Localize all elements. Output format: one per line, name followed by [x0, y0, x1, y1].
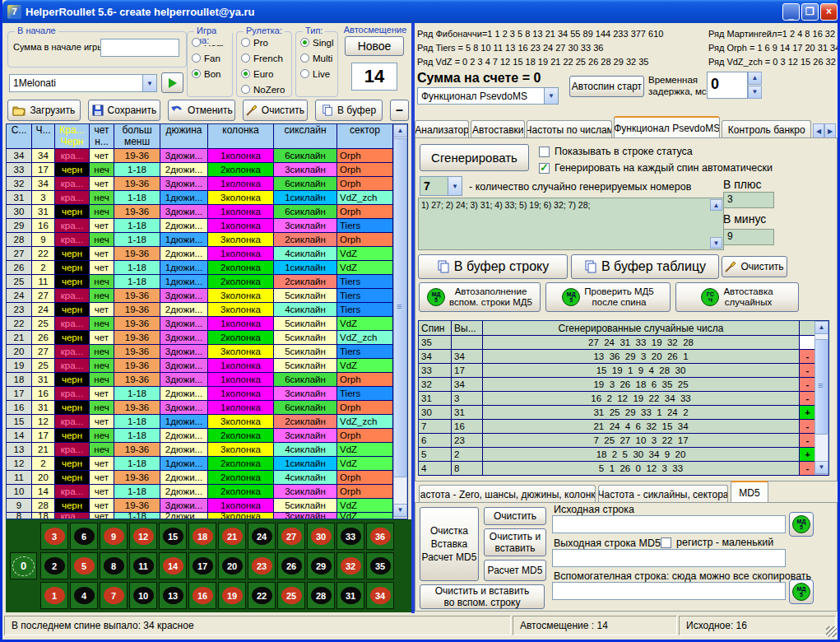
tab-main-4[interactable]: Функционал PsevdoMS	[614, 116, 720, 138]
md5-clear-button[interactable]: Очистить	[484, 507, 546, 525]
table-row[interactable]: 3317черннеч1-182дюжи...2колонка3сиклайнO…	[7, 163, 407, 177]
board-cell-32[interactable]: 32	[336, 552, 364, 579]
chevron-down-icon[interactable]: ▼	[142, 75, 156, 91]
radio-icon[interactable]	[192, 69, 201, 78]
scroll-down-icon[interactable]: ▼	[814, 461, 828, 474]
history-header-cell[interactable]: четн...	[90, 124, 114, 148]
check-md5-button[interactable]: МД5 Проверить МД5после спина	[545, 282, 671, 312]
table-row[interactable]: 313кра...неч1-181дюжи...3колонка1сиклайн…	[7, 191, 407, 205]
autospin-start-button[interactable]: Автоспин старт	[569, 76, 644, 97]
table-row[interactable]: 122чернчет1-181дюжи...2колонка1сиклайнVd…	[7, 457, 407, 471]
profile-combobox[interactable]: 1Melonati ▼	[9, 74, 157, 92]
undo-button[interactable]: Отменить	[168, 100, 234, 121]
table-row[interactable]: 2324чернчет19-362дюжи...3колонка4сиклайн…	[7, 303, 407, 317]
radio-option-euro[interactable]: Euro	[241, 68, 291, 79]
board-cell-12[interactable]: 12	[129, 523, 157, 550]
board-cell-33[interactable]: 33	[336, 523, 364, 550]
count-combobox[interactable]: 7 ▼	[420, 176, 462, 196]
radio-icon[interactable]	[241, 54, 250, 63]
board-cell-29[interactable]: 29	[307, 552, 335, 579]
history-header-cell[interactable]: сикслайн	[274, 124, 337, 148]
tab-scroll-left-icon[interactable]: ◀	[813, 123, 824, 138]
radio-option-pro[interactable]: Pro	[241, 37, 291, 48]
delay-input[interactable]: 0	[707, 72, 748, 99]
md5-source-input[interactable]	[552, 515, 786, 533]
board-cell-10[interactable]: 10	[129, 582, 157, 609]
table-row[interactable]: 323419 3 26 18 6 35 25-	[419, 378, 828, 392]
load-button[interactable]: Загрузить	[7, 100, 81, 121]
table-row[interactable]: 2511черннеч1-181дюжи...2колонка2сиклайнT…	[7, 275, 407, 289]
radio-icon[interactable]	[192, 54, 201, 63]
clear-button[interactable]: Очистить	[243, 100, 309, 121]
table-row[interactable]: 1417черннеч1-182дюжи...2колонка3сиклайнO…	[7, 429, 407, 443]
spin-scrollbar[interactable]: ▲ ▼	[814, 321, 828, 475]
table-row[interactable]: 1631черннеч19-363дюжи...1колонка6сиклайн…	[7, 401, 407, 415]
radio-icon[interactable]	[300, 38, 309, 47]
board-cell-7[interactable]: 7	[100, 582, 128, 609]
table-row[interactable]: 3434кра...чет19-363дюжи...1колонка6сикла…	[7, 149, 407, 163]
md5-clear-paste-button[interactable]: Очистить ивставить	[484, 528, 546, 556]
copy-row-button[interactable]: В буфер строку	[418, 254, 568, 279]
history-scroll-thumb[interactable]	[393, 138, 407, 477]
collapse-button[interactable]: –	[390, 100, 409, 121]
new-offset-button[interactable]: Новое	[345, 36, 404, 56]
radio-icon[interactable]	[241, 85, 250, 94]
radio-icon[interactable]	[300, 54, 309, 63]
board-cell-14[interactable]: 14	[159, 552, 187, 579]
table-row[interactable]: 31316 2 12 19 22 34 33-	[419, 392, 828, 406]
radio-option-live[interactable]: Live	[300, 68, 337, 79]
table-row[interactable]: 1014кра...чет1-182дюжи...2колонка3сиклай…	[7, 485, 407, 499]
history-header-cell[interactable]: Кра...Черн	[55, 124, 90, 148]
copy-button[interactable]: В буфер	[315, 100, 382, 121]
board-cell-11[interactable]: 11	[129, 552, 157, 579]
board-cell-20[interactable]: 20	[218, 552, 246, 579]
table-row[interactable]: 6237 25 27 10 3 22 17-	[419, 434, 828, 448]
board-cell-15[interactable]: 15	[159, 523, 187, 550]
board-cell-30[interactable]: 30	[307, 523, 335, 550]
radio-option-multi[interactable]: Multi	[300, 53, 337, 63]
board-cell-18[interactable]: 18	[188, 523, 216, 550]
radio-option-nozero[interactable]: NoZero	[241, 84, 291, 95]
board-cell-16[interactable]: 16	[188, 582, 216, 609]
board-cell-0[interactable]: 0	[10, 552, 37, 579]
delay-stepper[interactable]: ▲ ▼	[748, 72, 762, 99]
board-cell-21[interactable]: 21	[218, 523, 246, 550]
table-row[interactable]: 2916кра...чет1-182дюжи...1колонка3сиклай…	[7, 219, 407, 233]
table-row[interactable]: 2225кра...неч19-363дюжи...1колонка5сикла…	[7, 317, 407, 331]
board-cell-2[interactable]: 2	[40, 552, 68, 579]
md5-big-button[interactable]: ОчисткаВставкаРасчет MD5	[420, 507, 479, 581]
tab-main-3[interactable]: Частоты по числам	[527, 120, 612, 138]
play-button[interactable]	[161, 72, 183, 93]
history-scrollbar[interactable]: ▲ ▼	[393, 124, 407, 518]
table-row[interactable]: 5218 2 5 30 34 9 20+	[419, 448, 828, 462]
autogen-checkbox[interactable]	[539, 163, 550, 174]
spin-header-cell[interactable]: Вы...	[452, 321, 483, 335]
radio-option-singl[interactable]: Singl	[300, 37, 337, 48]
board-cell-3[interactable]: 3	[40, 523, 68, 550]
board-cell-22[interactable]: 22	[248, 582, 276, 609]
chevron-down-icon[interactable]: ▼	[448, 177, 462, 195]
history-header-cell[interactable]: большменш	[114, 124, 160, 148]
history-header-cell[interactable]: дюжина	[160, 124, 208, 148]
table-row[interactable]: 3234кра...чет19-363дюжи...1колонка6сикла…	[7, 177, 407, 191]
scroll-up-icon[interactable]: ▲	[710, 199, 722, 211]
tab-freq-1[interactable]: Частота - Zero, шансы, дюжины, колонки	[419, 485, 596, 503]
minimize-button[interactable]: _	[782, 3, 800, 21]
board-cell-36[interactable]: 36	[366, 523, 394, 550]
board-cell-13[interactable]: 13	[159, 582, 187, 609]
table-row[interactable]: 1831черннеч19-363дюжи...1колонка6сиклайн…	[7, 373, 407, 387]
scroll-up-icon[interactable]: ▲	[393, 124, 407, 137]
history-header-cell[interactable]: Ч...	[32, 124, 55, 148]
table-row[interactable]: 2126чернчет19-363дюжи...2колонка5сиклайн…	[7, 331, 407, 345]
spin-scroll-thumb[interactable]	[814, 339, 828, 435]
table-row[interactable]: 2722чернчет19-362дюжи...1колонка4сиклайн…	[7, 247, 407, 261]
maximize-button[interactable]: ❐	[801, 3, 819, 21]
mode-combobox[interactable]: Функционал PsevdoMS ▼	[417, 87, 559, 105]
clear-generated-button[interactable]: Очистить	[722, 256, 787, 277]
board-cell-8[interactable]: 8	[100, 552, 128, 579]
table-row[interactable]: 928чернчет19-363дюжи...1колонка5сиклайнV…	[7, 499, 407, 513]
tab-scroll-buttons[interactable]: ◀ ▶	[813, 123, 836, 138]
table-row[interactable]: 71621 24 4 6 32 15 34-	[419, 420, 828, 434]
show-status-checkbox[interactable]	[539, 147, 550, 157]
spin-down-icon[interactable]: ▼	[748, 86, 762, 99]
